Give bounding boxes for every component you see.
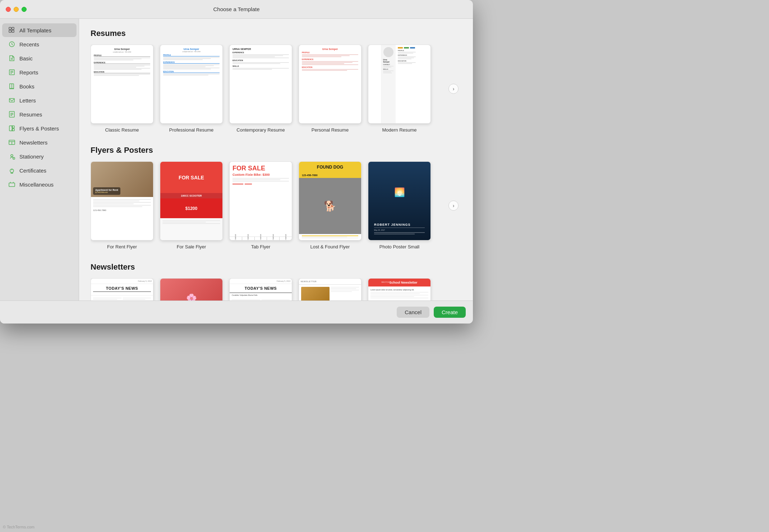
template-card-personal-resume[interactable]: Urna Semper PROFILE EXPERIENCE EDUCATION…: [299, 45, 362, 133]
template-card-todays-news[interactable]: February 5, 2013 TODAY'S NEWS: [91, 278, 153, 301]
template-card-gray-newsletter[interactable]: NEWSLETTER: [299, 278, 362, 301]
sidebar-label-resumes: Resumes: [19, 111, 42, 118]
sidebar: All Templates Recents Basic: [0, 19, 79, 301]
template-card-professional-resume[interactable]: Urna Semper urna@email.com · 555-1234 PR…: [160, 45, 223, 133]
window-title: Choose a Template: [213, 6, 260, 12]
newsletters-grid: February 5, 2013 TODAY'S NEWS: [91, 278, 461, 301]
newsletters-section-wrapper: February 5, 2013 TODAY'S NEWS: [91, 278, 461, 301]
sidebar-label-basic: Basic: [19, 55, 33, 61]
gray-newsletter-thumbnail: NEWSLETTER: [299, 278, 362, 301]
svg-rect-27: [9, 183, 15, 187]
sidebar-label-stationery: Stationery: [19, 153, 44, 160]
sidebar-label-letters: Letters: [19, 97, 36, 104]
grid-icon: [8, 26, 16, 34]
close-button[interactable]: [6, 7, 11, 12]
sidebar-item-books[interactable]: Books: [2, 79, 77, 93]
template-card-classic-resume[interactable]: Urna Semper urna@email.com · 555-1234 PR…: [91, 45, 153, 133]
flyers-grid: Apartment for Rent $1400/Month: [91, 161, 461, 249]
svg-rect-1: [12, 27, 14, 29]
title-bar: Choose a Template: [0, 0, 473, 19]
svg-rect-18: [12, 126, 14, 128]
personal-resume-name: Personal Resume: [312, 127, 349, 133]
todays-news-thumbnail: February 5, 2013 TODAY'S NEWS: [91, 278, 153, 301]
sidebar-item-all-templates[interactable]: All Templates: [2, 23, 77, 37]
professional-resume-name: Professional Resume: [169, 127, 214, 133]
for-sale-flyer-name: For Sale Flyer: [177, 244, 206, 249]
newsletters-section-title: Newsletters: [91, 262, 461, 272]
main-container: All Templates Recents Basic: [0, 19, 473, 301]
template-card-tab-flyer[interactable]: FOR SALE Custom Fixie Bike: $300: [229, 161, 292, 249]
sidebar-label-newsletters: Newsletters: [19, 139, 47, 146]
template-card-photo-poster-small[interactable]: 🌅 ROBERT JENNINGS May 23, 2017: [368, 161, 431, 249]
doc-icon: [8, 54, 16, 62]
template-card-lost-found-flyer[interactable]: FOUND DOG 123-456-7890 🐕: [299, 161, 362, 249]
resumes-section-wrapper: Urna Semper urna@email.com · 555-1234 PR…: [91, 45, 461, 133]
classic-resume-thumbnail: Urna Semper urna@email.com · 555-1234 PR…: [91, 45, 153, 124]
classic-resume-name: Classic Resume: [105, 127, 139, 133]
template-card-flower-newsletter[interactable]: 🌸 Flower News: [160, 278, 223, 301]
sidebar-item-miscellaneous[interactable]: Miscellaneous: [2, 178, 77, 191]
sidebar-item-flyers-posters[interactable]: Flyers & Posters: [2, 121, 77, 135]
certificate-icon: [8, 166, 16, 174]
svg-rect-3: [12, 30, 14, 32]
tab-flyer-name: Tab Flyer: [251, 244, 270, 249]
misc-icon: [8, 180, 16, 188]
template-card-for-sale-flyer[interactable]: FOR SALE 100CC SCOOTER $1200: [160, 161, 223, 249]
svg-rect-12: [9, 98, 14, 102]
template-card-for-rent-flyer[interactable]: Apartment for Rent $1400/Month: [91, 161, 153, 249]
for-rent-flyer-thumbnail: Apartment for Rent $1400/Month: [91, 161, 153, 240]
svg-point-23: [11, 155, 13, 157]
sidebar-item-reports[interactable]: Reports: [2, 65, 77, 79]
svg-rect-24: [13, 157, 15, 159]
sidebar-label-books: Books: [19, 83, 34, 90]
create-button[interactable]: Create: [434, 307, 466, 318]
contemporary-resume-name: Contemporary Resume: [236, 127, 285, 133]
template-card-modern-resume[interactable]: Urna Semper CONTACT SKILLS: [368, 45, 431, 133]
clock-icon: [8, 40, 16, 48]
letter-icon: [8, 96, 16, 104]
bottom-bar: © TechTerms.com Cancel Create: [0, 301, 473, 324]
report-icon: [8, 68, 16, 76]
flyers-section-title: Flyers & Posters: [91, 146, 461, 155]
flower-newsletter-thumbnail: 🌸: [160, 278, 223, 301]
sidebar-label-recents: Recents: [19, 41, 39, 47]
svg-rect-2: [9, 30, 11, 32]
resumes-grid: Urna Semper urna@email.com · 555-1234 PR…: [91, 45, 461, 133]
cancel-button[interactable]: Cancel: [397, 307, 429, 318]
maximize-button[interactable]: [22, 7, 27, 12]
sidebar-item-recents[interactable]: Recents: [2, 37, 77, 51]
flyers-scroll-right[interactable]: ›: [448, 201, 459, 211]
resumes-scroll-right[interactable]: ›: [448, 84, 459, 94]
todays-news-2-thumbnail: February 5, 2013 TODAY'S NEWS Curabitur …: [229, 278, 292, 301]
modern-resume-name: Modern Resume: [382, 127, 416, 133]
sidebar-item-stationery[interactable]: Stationery: [2, 150, 77, 163]
sidebar-label-certificates: Certificates: [19, 168, 46, 174]
resumes-section: Resumes Urna Semper urna@email.com · 555…: [91, 29, 461, 133]
resumes-section-title: Resumes: [91, 29, 461, 38]
sidebar-item-resumes[interactable]: Resumes: [2, 107, 77, 121]
sidebar-item-letters[interactable]: Letters: [2, 93, 77, 107]
content-area: Resumes Urna Semper urna@email.com · 555…: [79, 19, 473, 301]
flyer-icon: [8, 124, 16, 132]
school-newsletter-thumbnail: BRIXTON School Newsletter Lorem ipsum do…: [368, 278, 431, 301]
newsletter-icon: [8, 138, 16, 146]
sidebar-item-newsletters[interactable]: Newsletters: [2, 136, 77, 149]
lost-found-flyer-thumbnail: FOUND DOG 123-456-7890 🐕: [299, 161, 362, 240]
stationery-icon: [8, 152, 16, 160]
sidebar-item-certificates[interactable]: Certificates: [2, 164, 77, 177]
for-rent-flyer-name: For Rent Flyer: [107, 244, 137, 249]
professional-resume-thumbnail: Urna Semper urna@email.com · 555-1234 PR…: [160, 45, 223, 124]
svg-rect-0: [9, 27, 11, 29]
sidebar-item-basic[interactable]: Basic: [2, 51, 77, 65]
template-card-todays-news-2[interactable]: February 5, 2013 TODAY'S NEWS Curabitur …: [229, 278, 292, 301]
personal-resume-thumbnail: Urna Semper PROFILE EXPERIENCE EDUCATION: [299, 45, 362, 124]
photo-poster-small-name: Photo Poster Small: [379, 244, 419, 249]
newsletters-section: Newsletters February 5, 2013 TODAY'S NEW…: [91, 262, 461, 301]
book-icon: [8, 82, 16, 90]
photo-poster-small-thumbnail: 🌅 ROBERT JENNINGS May 23, 2017: [368, 161, 431, 240]
modern-resume-thumbnail: Urna Semper CONTACT SKILLS: [368, 45, 431, 124]
tab-flyer-thumbnail: FOR SALE Custom Fixie Bike: $300: [229, 161, 292, 240]
template-card-contemporary-resume[interactable]: URNA SEMPER EXPERIENCE EDUCATION SKILLS …: [229, 45, 292, 133]
template-card-school-newsletter[interactable]: BRIXTON School Newsletter Lorem ipsum do…: [368, 278, 431, 301]
minimize-button[interactable]: [14, 7, 19, 12]
